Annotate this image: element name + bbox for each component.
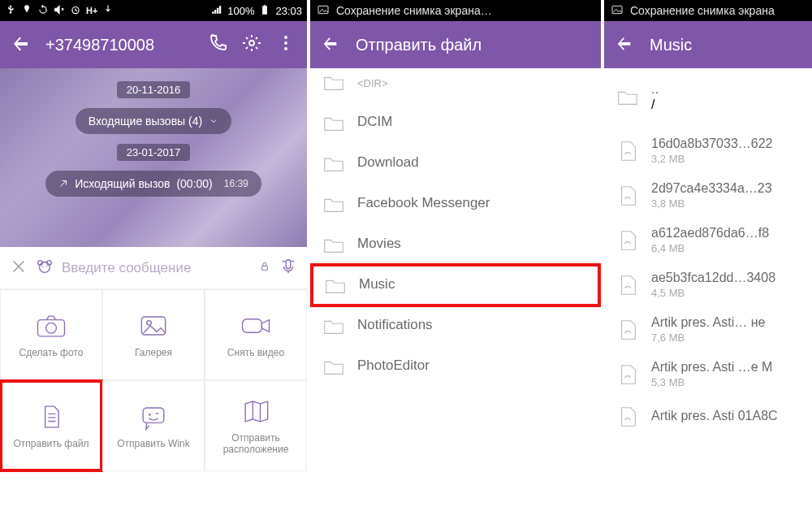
file-row[interactable]: Artik pres. Asti 01A8C <box>604 396 812 437</box>
file-name: Artik pres. Asti… не <box>651 315 765 330</box>
folder-row[interactable]: Music <box>312 265 599 306</box>
folder-name: Download <box>357 154 419 171</box>
folder-dir-label: <DIR> <box>357 77 388 89</box>
message-input[interactable]: Введите сообщение <box>62 260 250 276</box>
lock-icon[interactable] <box>258 260 271 276</box>
file-icon <box>33 402 69 431</box>
message-input-row: Введите сообщение <box>0 247 307 289</box>
attachment-tiles: Сделать фото Галерея Снять видео Отправи… <box>0 289 307 471</box>
close-icon[interactable] <box>10 258 28 279</box>
file-size: 7,6 MB <box>651 332 765 344</box>
folder-row[interactable]: Movies <box>310 224 601 265</box>
folder-name: Facebook Messenger <box>357 195 490 211</box>
folder-row[interactable]: Download <box>310 143 601 184</box>
file-size: 6,4 MB <box>651 242 769 254</box>
map-icon <box>238 396 274 426</box>
folder-row[interactable]: Notifications <box>310 306 601 346</box>
folder-row-partial[interactable]: <DIR> <box>310 68 601 102</box>
svg-point-7 <box>40 262 50 272</box>
back-icon[interactable] <box>11 33 31 56</box>
outgoing-call-time: 16:39 <box>224 178 248 189</box>
signal-icon <box>211 4 222 18</box>
status-screenshot-label: Сохранение снимка экрана… <box>336 4 492 17</box>
tile-gallery-label: Галерея <box>135 347 172 358</box>
battery-icon <box>259 4 270 18</box>
outgoing-call-chip[interactable]: Исходящий вызов (00:00) 16:39 <box>45 171 261 197</box>
file-row[interactable]: 2d97ca4e3334a…23 3,8 MB <box>604 173 812 218</box>
back-icon[interactable] <box>322 34 339 55</box>
file-name: a612aed876da6…f8 <box>651 226 769 240</box>
chat-title[interactable]: +37498710008 <box>45 36 193 54</box>
folder-icon <box>322 110 346 135</box>
tile-location[interactable]: Отправить расположение <box>205 380 307 471</box>
back-icon[interactable] <box>615 34 633 55</box>
tile-video[interactable]: Снять видео <box>205 289 307 380</box>
date-chip-1: 20-11-2016 <box>117 81 191 98</box>
folder-up-sub: / <box>651 98 659 112</box>
battery-text: 100% <box>227 5 254 17</box>
outgoing-arrow-icon <box>58 179 68 188</box>
more-icon[interactable] <box>276 33 296 56</box>
folder-icon <box>322 70 346 94</box>
wink-icon <box>136 402 171 431</box>
folder-icon <box>322 354 346 379</box>
file-row[interactable]: a612aed876da6…f8 6,4 MB <box>604 218 812 262</box>
bear-sticker-icon[interactable] <box>36 258 54 279</box>
folder-icon <box>322 232 346 257</box>
folder-row[interactable]: DCIM <box>310 102 601 143</box>
file-row[interactable]: Artik pres. Asti …e M 5,3 MB <box>604 352 812 396</box>
music-title: Music <box>650 36 692 54</box>
svg-point-10 <box>42 266 43 266</box>
folder-icon <box>322 192 346 216</box>
file-size: 5,3 MB <box>651 376 772 388</box>
folder-name: Music <box>359 276 395 292</box>
incoming-calls-chip[interactable]: Входящие вызовы (4) <box>76 108 231 134</box>
music-appbar: Music <box>604 21 812 68</box>
folder-icon <box>322 151 346 176</box>
file-name: 2d97ca4e3334a…23 <box>651 181 772 196</box>
svg-rect-12 <box>262 266 268 270</box>
file-browser-title: Отправить файл <box>356 36 482 54</box>
status-bar-3: Сохранение снимка экрана <box>604 0 812 21</box>
folder-up-name: .. <box>651 81 659 98</box>
chevron-down-icon <box>209 116 218 126</box>
audio-file-icon <box>615 362 640 387</box>
svg-point-4 <box>284 36 287 39</box>
tile-photo[interactable]: Сделать фото <box>0 289 102 380</box>
file-row[interactable]: Artik pres. Asti… не 7,6 MB <box>604 307 812 352</box>
file-row[interactable]: 16d0a8b37033…622 3,2 MB <box>604 128 812 173</box>
folder-name: PhotoEditor <box>357 358 430 374</box>
folder-row[interactable]: Facebook Messenger <box>310 184 601 224</box>
folder-row[interactable]: PhotoEditor <box>310 346 601 387</box>
file-name: 16d0a8b37033…622 <box>651 136 772 151</box>
svg-point-6 <box>284 47 287 50</box>
folder-up-row[interactable]: .. / <box>604 68 812 128</box>
audio-file-icon <box>615 139 640 163</box>
gear-icon[interactable] <box>242 33 261 56</box>
file-row[interactable]: ae5b3fca12dd…3408 4,5 MB <box>604 262 812 307</box>
file-name: Artik pres. Asti 01A8C <box>651 409 778 423</box>
file-name: ae5b3fca12dd…3408 <box>651 271 775 285</box>
tile-wink[interactable]: Отправить Wink <box>102 380 205 471</box>
file-name: Artik pres. Asti …e M <box>651 360 772 375</box>
svg-rect-2 <box>264 5 266 6</box>
camera-icon <box>33 311 69 340</box>
mic-icon[interactable] <box>279 258 297 279</box>
file-size: 3,8 MB <box>651 197 772 210</box>
svg-point-3 <box>249 41 254 46</box>
incoming-calls-label: Входящие вызовы (4) <box>89 115 202 128</box>
outgoing-call-duration: (00:00) <box>176 177 212 190</box>
tile-gallery[interactable]: Галерея <box>102 289 205 380</box>
tile-photo-label: Сделать фото <box>19 347 84 358</box>
alarm-icon <box>70 4 81 18</box>
refresh-icon <box>37 4 49 18</box>
audio-file-icon <box>615 318 640 342</box>
file-browser-appbar: Отправить файл <box>310 21 601 68</box>
folder-icon <box>615 84 640 109</box>
tile-send-file-label: Отправить файл <box>13 438 89 449</box>
call-icon[interactable] <box>208 33 227 56</box>
folder-list[interactable]: <DIR> DCIM Download Facebook Messenger M… <box>310 68 601 387</box>
svg-point-11 <box>46 266 47 266</box>
music-file-list[interactable]: 16d0a8b37033…622 3,2 MB 2d97ca4e3334a…23… <box>604 128 812 437</box>
tile-send-file[interactable]: Отправить файл <box>0 380 102 471</box>
